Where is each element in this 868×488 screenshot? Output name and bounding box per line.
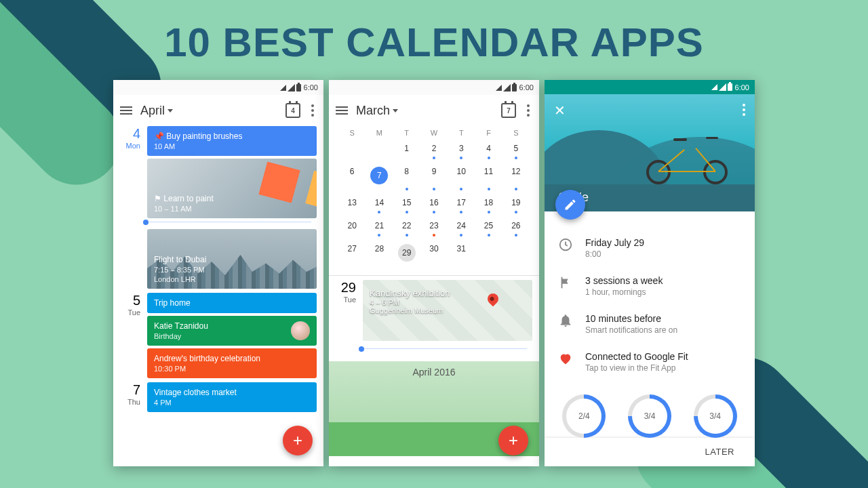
phone-goal-detail: 6:00 ✕ Cycle Friday July 298:00 3 sessio… [545, 80, 755, 466]
calendar-day[interactable]: 15 [393, 194, 420, 217]
month-selector[interactable]: March [356, 104, 398, 118]
weekday-header: SMTWTFS [329, 126, 539, 140]
month-selector[interactable]: April [140, 104, 173, 118]
calendar-day[interactable]: 19 [502, 194, 530, 217]
calendar-day[interactable]: 20 [338, 217, 366, 240]
calendar-day[interactable]: 27 [338, 240, 366, 271]
status-time: 6:00 [735, 83, 749, 92]
calendar-day[interactable]: 23 [420, 217, 448, 240]
calendar-day[interactable] [338, 140, 366, 163]
detail-reminder[interactable]: 10 minutes beforeSmart notifications are… [557, 305, 743, 343]
calendar-day[interactable] [366, 140, 393, 163]
overflow-menu-icon[interactable] [740, 104, 748, 116]
calendar-day[interactable]: 28 [366, 240, 393, 271]
calendar-day[interactable]: 26 [502, 217, 530, 240]
bell-icon [558, 313, 573, 328]
heart-icon [558, 351, 573, 366]
app-bar: March 7 [329, 95, 539, 126]
overflow-menu-icon[interactable] [524, 104, 532, 117]
now-indicator [143, 220, 149, 225]
calendar-day[interactable]: 30 [420, 240, 448, 271]
event-learn-paint[interactable]: ⚑ Learn to paint10 – 11 AM [147, 159, 317, 218]
calendar-day[interactable]: 10 [448, 163, 475, 194]
calendar-day[interactable]: 25 [475, 217, 502, 240]
day-header: 5Tue [117, 293, 142, 378]
divider [329, 275, 539, 276]
battery-icon [512, 84, 517, 92]
status-time: 6:00 [304, 83, 318, 92]
calendar-day[interactable] [475, 240, 502, 271]
fab-add-event[interactable]: + [498, 426, 528, 455]
calendar-day[interactable]: 24 [448, 217, 475, 240]
calendar-day[interactable] [502, 240, 530, 271]
phone-schedule-view: 6:00 April 4 4Mon 📌 Buy painting brushes… [113, 80, 323, 466]
app-bar: April 4 [113, 95, 323, 126]
calendar-day[interactable]: 31 [448, 240, 475, 271]
wifi-icon [496, 85, 502, 91]
chevron-down-icon [167, 109, 173, 113]
calendar-day[interactable]: 18 [475, 194, 502, 217]
progress-rings: 2/4 3/4 3/4 [545, 388, 755, 438]
phone-month-view: 6:00 March 7 SMTWTFS 1234567891011121314… [329, 80, 539, 466]
event-trip-home[interactable]: Trip home [147, 293, 317, 313]
calendar-day[interactable]: 1 [393, 140, 420, 163]
event-market[interactable]: Vintage clothes market4 PM [147, 382, 317, 412]
calendar-day[interactable]: 17 [448, 194, 475, 217]
clock-icon [558, 237, 573, 252]
day-header: 29Tue [333, 280, 357, 352]
flag-icon [558, 275, 573, 290]
avatar [291, 321, 310, 340]
calendar-day[interactable]: 3 [448, 140, 475, 163]
fab-edit[interactable] [555, 190, 585, 220]
calendar-day[interactable]: 9 [420, 163, 448, 194]
detail-frequency[interactable]: 3 sessions a week1 hour, mornings [557, 267, 743, 305]
day-header: 7Thu [117, 382, 142, 412]
hamburger-menu-icon[interactable] [120, 106, 132, 115]
calendar-day[interactable]: 21 [366, 217, 393, 240]
status-bar: 6:00 [329, 80, 539, 95]
detail-google-fit[interactable]: Connected to Google FitTap to view in th… [557, 343, 743, 381]
calendar-day[interactable]: 8 [393, 163, 420, 194]
calendar-day[interactable]: 5 [502, 140, 530, 163]
cell-signal-icon [288, 84, 295, 92]
wifi-icon [711, 84, 717, 90]
battery-icon [728, 83, 732, 91]
map-pin-icon [486, 291, 501, 307]
calendar-day[interactable]: 29 [393, 240, 420, 271]
close-icon[interactable]: ✕ [554, 104, 566, 117]
wifi-icon [280, 85, 286, 91]
calendar-day[interactable]: 11 [475, 163, 502, 194]
calendar-day[interactable]: 13 [338, 194, 366, 217]
event-exhibition[interactable]: Kandinsky exhibition4 – 6 PMGuggenheim M… [363, 280, 532, 341]
today-icon[interactable]: 4 [285, 103, 300, 118]
later-button[interactable]: LATER [545, 438, 755, 466]
today-icon[interactable]: 7 [501, 103, 516, 118]
page-title: 10 BEST CALENDAR APPS [164, 19, 704, 66]
calendar-day[interactable]: 2 [420, 140, 448, 163]
chevron-down-icon [393, 109, 398, 113]
event-celebration[interactable]: Andrew's birthday celebration10:30 PM [147, 348, 317, 378]
fab-add-event[interactable]: + [283, 426, 313, 455]
hamburger-menu-icon[interactable] [336, 106, 348, 115]
detail-datetime[interactable]: Friday July 298:00 [557, 229, 743, 267]
event-birthday[interactable]: Katie TzanidouBirthday [147, 316, 317, 346]
calendar-day[interactable]: 7 [366, 163, 393, 194]
day-header: 4Mon [117, 126, 142, 289]
bicycle-icon [646, 137, 728, 184]
calendar-day[interactable]: 12 [502, 163, 530, 194]
calendar-day[interactable]: 4 [475, 140, 502, 163]
month-grid[interactable]: 1234567891011121314151617181920212223242… [329, 140, 539, 271]
battery-icon [296, 84, 301, 92]
cell-signal-icon [719, 83, 726, 91]
calendar-day[interactable]: 16 [420, 194, 448, 217]
status-bar: 6:00 [113, 80, 323, 95]
calendar-day[interactable]: 14 [366, 194, 393, 217]
event-buy-brushes[interactable]: 📌 Buy painting brushes 10 AM [147, 126, 317, 156]
overflow-menu-icon[interactable] [309, 104, 317, 117]
now-indicator [359, 346, 364, 352]
calendar-day[interactable]: 22 [393, 217, 420, 240]
event-flight-dubai[interactable]: Flight to Dubai7:15 – 8:35 PMLondon LHR [147, 229, 317, 289]
calendar-day[interactable]: 6 [338, 163, 366, 194]
progress-ring: 3/4 [628, 394, 671, 438]
cell-signal-icon [503, 84, 511, 92]
